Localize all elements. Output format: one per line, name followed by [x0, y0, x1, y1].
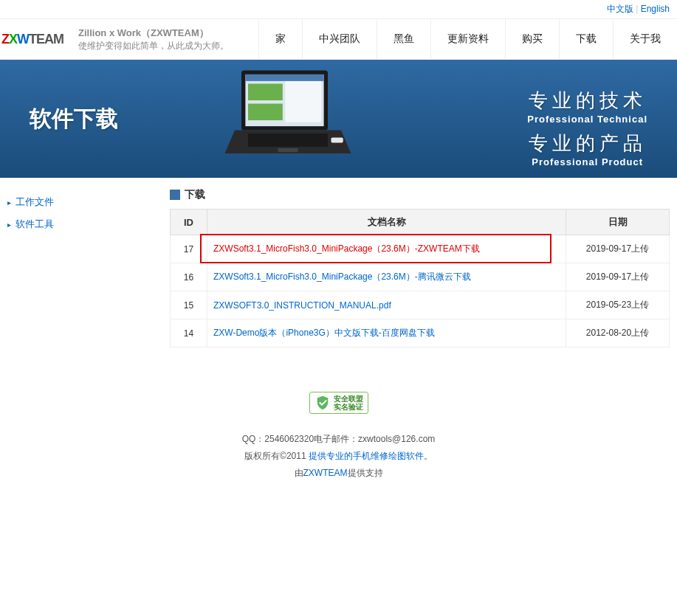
- sidebar-item-tools[interactable]: 软件工具: [7, 213, 162, 235]
- nav-home[interactable]: 家: [258, 19, 302, 59]
- th-date: 日期: [566, 210, 670, 235]
- lang-sep: |: [633, 4, 641, 14]
- main-area: 工作文件 软件工具 下载 ID 文档名称 日期 17ZXWSoft3.1_Mic…: [0, 178, 677, 370]
- nav-team[interactable]: 中兴团队: [302, 19, 377, 59]
- cell-name: ZXW-Demo版本（iPhone3G）中文版下载-百度网盘下载: [207, 319, 566, 347]
- cell-name: ZXWSoft3.1_MicroFish3.0_MiniPackage（23.6…: [207, 263, 566, 291]
- slogan-1-en: Professional Technical: [527, 114, 647, 125]
- table-row: 15ZXWSOFT3.0_INSTRUCTION_MANUAL.pdf2019-…: [171, 291, 670, 319]
- svg-rect-6: [248, 134, 328, 147]
- th-name: 文档名称: [207, 210, 566, 235]
- cell-id: 17: [171, 235, 207, 263]
- sidebar: 工作文件 软件工具: [0, 178, 162, 370]
- security-badge[interactable]: 安全联盟 实名验证: [309, 392, 368, 414]
- svg-rect-3: [248, 104, 283, 121]
- slogan-2-en: Professional Product: [527, 156, 647, 167]
- laptop-illustration: [221, 67, 354, 162]
- footer: 安全联盟 实名验证 QQ：2546062320电子邮件：zxwtools@126…: [0, 370, 677, 494]
- slogan-2-cn: 专业的产品: [527, 131, 647, 156]
- hero-banner: 软件下载 专业的技术 Professional Technical 专业的产品 …: [0, 60, 677, 178]
- nav-updates[interactable]: 更新资料: [430, 19, 505, 59]
- svg-rect-8: [331, 137, 343, 142]
- footer-service-link[interactable]: 提供专业的手机维修绘图软件: [309, 451, 424, 461]
- banner-title: 软件下载: [30, 104, 118, 134]
- section-square-icon: [170, 190, 180, 200]
- main-nav: 家 中兴团队 黑鱼 更新资料 购买 下载 关于我: [258, 19, 677, 59]
- table-row: 17ZXWSoft3.1_MicroFish3.0_MiniPackage（23…: [171, 235, 670, 263]
- download-table: ID 文档名称 日期 17ZXWSoft3.1_MicroFish3.0_Min…: [170, 209, 670, 347]
- language-bar: 中文版 | English: [0, 0, 677, 19]
- cell-name: ZXWSoft3.1_MicroFish3.0_MiniPackage（23.6…: [207, 235, 566, 263]
- download-link[interactable]: ZXW-Demo版本（iPhone3G）中文版下载-百度网盘下载: [213, 328, 435, 338]
- brand-title: Zillion x Work（ZXWTEAM） 使维护变得如此简单，从此成为大师…: [69, 27, 238, 52]
- cell-date: 2019-09-17上传: [566, 263, 670, 291]
- nav-blackfish[interactable]: 黑鱼: [377, 19, 430, 59]
- nav-buy[interactable]: 购买: [505, 19, 559, 59]
- section-title-text: 下载: [185, 188, 205, 201]
- nav-about[interactable]: 关于我: [613, 19, 677, 59]
- footer-copyright: 版权所有©2011 提供专业的手机维修绘图软件。: [0, 450, 677, 463]
- download-link[interactable]: ZXWSOFT3.0_INSTRUCTION_MANUAL.pdf: [213, 300, 391, 311]
- cell-date: 2019-09-17上传: [566, 235, 670, 263]
- slogan-1-cn: 专业的技术: [527, 88, 647, 114]
- table-row: 14ZXW-Demo版本（iPhone3G）中文版下载-百度网盘下载2012-0…: [171, 319, 670, 347]
- badge-text-1: 安全联盟: [334, 395, 363, 403]
- content: 下载 ID 文档名称 日期 17ZXWSoft3.1_MicroFish3.0_…: [162, 178, 677, 370]
- badge-text-2: 实名验证: [334, 403, 363, 411]
- shield-icon: [315, 395, 331, 411]
- section-title: 下载: [170, 188, 670, 201]
- cell-id: 14: [171, 319, 207, 347]
- svg-rect-2: [248, 84, 283, 101]
- brand-title-line2: 使维护变得如此简单，从此成为大师。: [78, 40, 229, 52]
- download-link[interactable]: ZXWSoft3.1_MicroFish3.0_MiniPackage（23.6…: [213, 271, 471, 282]
- footer-byline: 由ZXWTEAM提供支持: [0, 467, 677, 480]
- svg-rect-5: [245, 75, 323, 81]
- table-row: 16ZXWSoft3.1_MicroFish3.0_MiniPackage（23…: [171, 263, 670, 291]
- footer-contact: QQ：2546062320电子邮件：zxwtools@126.com: [0, 433, 677, 446]
- svg-rect-4: [285, 77, 321, 122]
- lang-en-link[interactable]: English: [641, 4, 670, 14]
- download-link[interactable]: ZXWSoft3.1_MicroFish3.0_MiniPackage（23.6…: [213, 243, 480, 254]
- header: ZXWTEAM Zillion x Work（ZXWTEAM） 使维护变得如此简…: [0, 19, 677, 60]
- svg-rect-7: [278, 148, 298, 152]
- lang-cn-link[interactable]: 中文版: [607, 4, 633, 14]
- logo[interactable]: ZXWTEAM: [0, 32, 69, 47]
- cell-id: 16: [171, 263, 207, 291]
- brand-title-line1: Zillion x Work（ZXWTEAM）: [78, 27, 229, 40]
- sidebar-item-workfiles[interactable]: 工作文件: [7, 191, 162, 213]
- banner-slogan: 专业的技术 Professional Technical 专业的产品 Profe…: [527, 82, 647, 173]
- cell-name: ZXWSOFT3.0_INSTRUCTION_MANUAL.pdf: [207, 291, 566, 319]
- th-id: ID: [171, 210, 207, 235]
- nav-download[interactable]: 下载: [559, 19, 613, 59]
- cell-id: 15: [171, 291, 207, 319]
- footer-team-link[interactable]: ZXWTEAM: [303, 468, 348, 478]
- cell-date: 2019-05-23上传: [566, 291, 670, 319]
- cell-date: 2012-08-20上传: [566, 319, 670, 347]
